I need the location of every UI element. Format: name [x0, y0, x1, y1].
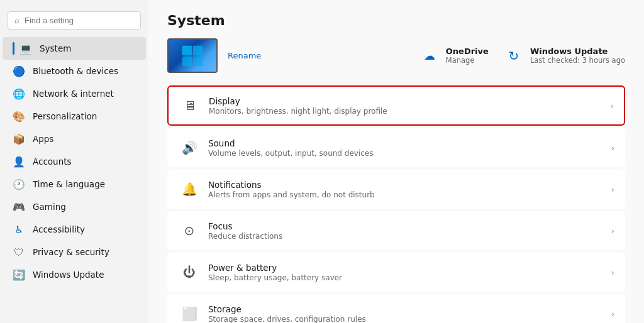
sidebar-item-apps[interactable]: 📦Apps — [3, 128, 146, 150]
pc-thumbnail — [167, 38, 218, 73]
sidebar-item-label-privacy: Privacy & security — [33, 247, 109, 257]
notifications-setting-icon: 🔔 — [178, 178, 201, 200]
network-nav-icon: 🌐 — [13, 87, 25, 100]
storage-setting-info: StorageStorage space, drives, configurat… — [208, 304, 611, 324]
personalization-nav-icon: 🎨 — [13, 110, 25, 123]
rename-link[interactable]: Rename — [228, 51, 261, 60]
svg-rect-2 — [182, 56, 192, 66]
bluetooth-nav-icon: 🔵 — [13, 65, 25, 77]
sidebar: ⌕ 💻System🔵Bluetooth & devices🌐Network & … — [0, 0, 148, 323]
apps-nav-icon: 📦 — [13, 133, 25, 145]
header-bar: Rename ☁ OneDrive Manage ↻ Windows Updat… — [167, 38, 625, 73]
system-nav-icon: 💻 — [19, 42, 32, 55]
sidebar-item-label-apps: Apps — [33, 134, 53, 144]
sidebar-item-label-personalization: Personalization — [33, 111, 97, 121]
winupdate-text: Windows Update Last checked: 3 hours ago — [530, 47, 625, 65]
accounts-nav-icon: 👤 — [13, 155, 25, 168]
winupdate-widget-icon: ↻ — [504, 46, 524, 66]
storage-setting-desc: Storage space, drives, configuration rul… — [208, 315, 611, 324]
active-indicator — [13, 42, 14, 55]
sidebar-item-accessibility[interactable]: ♿Accessibility — [3, 218, 146, 241]
sidebar-item-accounts[interactable]: 👤Accounts — [3, 150, 146, 173]
page-title: System — [167, 13, 625, 28]
focus-chevron-icon: › — [611, 226, 614, 236]
winupdate-widget[interactable]: ↻ Windows Update Last checked: 3 hours a… — [504, 46, 625, 66]
main-content: System Rename ☁ OneDrive Manage ↻ — [148, 0, 644, 323]
sidebar-item-system[interactable]: 💻System — [3, 37, 146, 60]
onedrive-title: OneDrive — [446, 47, 489, 56]
onedrive-text: OneDrive Manage — [446, 47, 489, 65]
focus-setting-info: FocusReduce distractions — [208, 221, 611, 241]
sidebar-item-label-system: System — [40, 43, 71, 53]
setting-item-storage[interactable]: ⬜StorageStorage space, drives, configura… — [167, 294, 625, 323]
header-widgets: ☁ OneDrive Manage ↻ Windows Update Last … — [419, 46, 625, 66]
setting-item-sound[interactable]: 🔊SoundVolume levels, output, input, soun… — [167, 128, 625, 167]
power-setting-desc: Sleep, battery usage, battery saver — [208, 273, 611, 282]
focus-setting-name: Focus — [208, 221, 611, 231]
winupdate-nav-icon: 🔄 — [13, 268, 25, 281]
focus-setting-icon: ⊙ — [178, 219, 201, 242]
onedrive-icon: ☁ — [419, 46, 440, 66]
power-chevron-icon: › — [611, 268, 614, 277]
display-chevron-icon: › — [611, 101, 614, 111]
sidebar-item-label-winupdate: Windows Update — [33, 270, 104, 280]
nav-list: 💻System🔵Bluetooth & devices🌐Network & in… — [0, 37, 148, 286]
setting-item-notifications[interactable]: 🔔NotificationsAlerts from apps and syste… — [167, 170, 625, 209]
storage-chevron-icon: › — [611, 309, 614, 319]
time-nav-icon: 🕐 — [13, 178, 25, 190]
notifications-chevron-icon: › — [611, 185, 614, 194]
winupdate-subtitle: Last checked: 3 hours ago — [530, 56, 625, 65]
winupdate-title: Windows Update — [530, 47, 625, 56]
sound-setting-info: SoundVolume levels, output, input, sound… — [208, 138, 611, 158]
setting-item-power[interactable]: ⏻Power & batterySleep, battery usage, ba… — [167, 253, 625, 292]
windows-logo-icon — [181, 45, 204, 67]
sidebar-item-bluetooth[interactable]: 🔵Bluetooth & devices — [3, 60, 146, 82]
sidebar-item-gaming[interactable]: 🎮Gaming — [3, 195, 146, 218]
setting-item-focus[interactable]: ⊙FocusReduce distractions› — [167, 211, 625, 250]
accessibility-nav-icon: ♿ — [13, 223, 25, 236]
gaming-nav-icon: 🎮 — [13, 200, 25, 213]
sidebar-item-time[interactable]: 🕐Time & language — [3, 173, 146, 195]
sound-setting-icon: 🔊 — [178, 136, 201, 159]
sidebar-item-label-accounts: Accounts — [33, 156, 72, 167]
search-box[interactable]: ⌕ — [8, 11, 141, 30]
display-setting-desc: Monitors, brightness, night light, displ… — [209, 107, 611, 116]
sidebar-item-label-time: Time & language — [33, 179, 105, 189]
search-icon: ⌕ — [14, 16, 19, 25]
notifications-setting-info: NotificationsAlerts from apps and system… — [208, 180, 611, 199]
display-setting-name: Display — [209, 96, 611, 106]
svg-rect-1 — [193, 45, 203, 55]
sound-setting-name: Sound — [208, 138, 611, 148]
notifications-setting-name: Notifications — [208, 180, 611, 190]
sidebar-item-winupdate[interactable]: 🔄Windows Update — [3, 263, 146, 286]
sidebar-item-label-network: Network & internet — [33, 89, 114, 99]
sidebar-item-label-gaming: Gaming — [33, 202, 66, 212]
onedrive-subtitle: Manage — [446, 56, 489, 65]
search-input[interactable] — [25, 16, 134, 25]
sidebar-item-label-accessibility: Accessibility — [33, 224, 85, 234]
notifications-setting-desc: Alerts from apps and system, do not dist… — [208, 190, 611, 199]
privacy-nav-icon: 🛡 — [13, 246, 25, 258]
sound-chevron-icon: › — [611, 143, 614, 153]
setting-item-display[interactable]: 🖥DisplayMonitors, brightness, night ligh… — [167, 85, 625, 126]
storage-setting-icon: ⬜ — [178, 302, 201, 323]
power-setting-icon: ⏻ — [178, 261, 201, 283]
storage-setting-name: Storage — [208, 304, 611, 314]
sidebar-item-network[interactable]: 🌐Network & internet — [3, 82, 146, 105]
svg-rect-0 — [182, 45, 192, 55]
sidebar-item-label-bluetooth: Bluetooth & devices — [33, 66, 118, 76]
settings-list: 🖥DisplayMonitors, brightness, night ligh… — [167, 85, 625, 323]
sound-setting-desc: Volume levels, output, input, sound devi… — [208, 149, 611, 158]
svg-rect-3 — [193, 56, 203, 66]
display-setting-info: DisplayMonitors, brightness, night light… — [209, 96, 611, 116]
sidebar-item-personalization[interactable]: 🎨Personalization — [3, 105, 146, 128]
power-setting-info: Power & batterySleep, battery usage, bat… — [208, 263, 611, 282]
sidebar-item-privacy[interactable]: 🛡Privacy & security — [3, 241, 146, 263]
display-setting-icon: 🖥 — [179, 94, 201, 117]
onedrive-widget[interactable]: ☁ OneDrive Manage — [419, 46, 489, 66]
power-setting-name: Power & battery — [208, 263, 611, 273]
focus-setting-desc: Reduce distractions — [208, 232, 611, 241]
